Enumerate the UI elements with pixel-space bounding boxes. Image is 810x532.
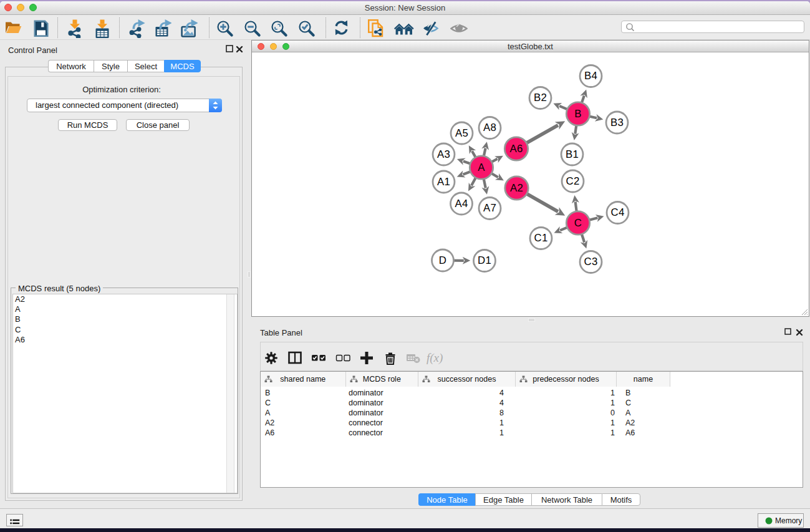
svg-text:A5: A5 (455, 127, 468, 139)
svg-text:C1: C1 (534, 232, 548, 244)
svg-text:A6: A6 (510, 143, 523, 155)
svg-text:B1: B1 (566, 148, 579, 160)
svg-text:A4: A4 (455, 198, 468, 210)
svg-text:A3: A3 (437, 148, 450, 160)
svg-text:A1: A1 (437, 176, 450, 188)
svg-text:B2: B2 (534, 92, 547, 104)
svg-text:A8: A8 (483, 122, 496, 133)
svg-text:A: A (478, 162, 485, 173)
svg-text:D1: D1 (478, 254, 491, 266)
svg-text:A2: A2 (510, 182, 523, 194)
svg-text:C2: C2 (566, 175, 580, 187)
svg-text:B4: B4 (584, 70, 597, 82)
svg-text:C4: C4 (611, 206, 625, 218)
svg-text:C: C (574, 217, 582, 229)
svg-text:B3: B3 (610, 117, 624, 128)
svg-text:f(x): f(x) (427, 351, 443, 365)
svg-text:B: B (574, 108, 581, 120)
svg-text:A7: A7 (483, 202, 496, 214)
svg-text:D: D (439, 254, 446, 266)
svg-text:C3: C3 (584, 256, 598, 268)
